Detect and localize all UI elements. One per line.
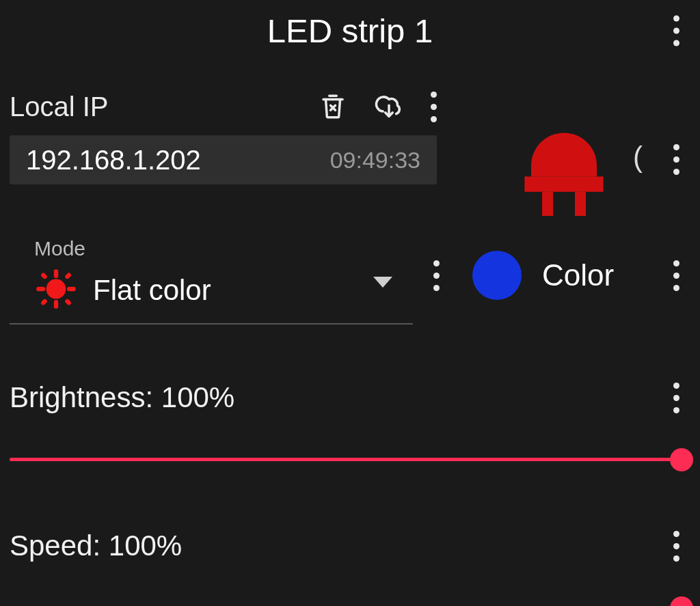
flat-color-mode-icon (34, 267, 78, 314)
color-picker-block: Color (440, 251, 690, 300)
ip-label: Local IP (10, 92, 302, 122)
led-bulb-icon[interactable] (509, 100, 619, 225)
led-status-block: ( (437, 86, 690, 225)
led-side-glyph: ( (633, 141, 643, 174)
page-title: LED strip 1 (267, 12, 433, 50)
mode-menu-button[interactable] (433, 260, 440, 291)
chevron-down-icon (373, 277, 392, 288)
app-root: LED strip 1 Local IP (0, 0, 700, 606)
speed-menu-button[interactable] (673, 531, 679, 562)
speed-slider-thumb[interactable] (670, 596, 693, 607)
color-swatch[interactable] (472, 251, 522, 300)
mode-selector[interactable]: Mode Flat color (10, 237, 413, 314)
mode-underline (10, 323, 413, 325)
ip-header: Local IP (10, 86, 437, 127)
svg-rect-4 (54, 269, 58, 278)
speed-section: Speed: 100% (10, 529, 690, 606)
header: LED strip 1 (10, 0, 690, 61)
mode-color-row: Mode Flat color (10, 224, 690, 327)
color-label: Color (542, 258, 614, 292)
color-menu-button[interactable] (673, 260, 679, 291)
svg-rect-10 (40, 299, 48, 306)
svg-rect-2 (575, 192, 586, 216)
ip-actions (302, 92, 437, 122)
brightness-slider[interactable] (10, 458, 690, 461)
speed-label: Speed: 100% (10, 529, 673, 562)
svg-rect-6 (36, 287, 45, 291)
ip-led-row: Local IP (10, 61, 690, 205)
led-menu-button[interactable] (673, 144, 679, 175)
svg-rect-9 (64, 272, 72, 279)
brightness-section: Brightness: 100% (10, 381, 690, 461)
svg-rect-1 (542, 192, 553, 216)
svg-rect-0 (524, 176, 603, 191)
brightness-label: Brightness: 100% (10, 381, 673, 414)
svg-rect-5 (54, 300, 58, 309)
svg-rect-11 (64, 299, 72, 306)
ip-menu-button[interactable] (431, 92, 437, 122)
cloud-download-icon[interactable] (373, 92, 405, 121)
brightness-slider-thumb[interactable] (670, 448, 693, 471)
ip-value: 192.168.1.202 (26, 145, 330, 176)
header-menu-button[interactable] (673, 16, 679, 46)
local-ip-block: Local IP (10, 86, 437, 184)
brightness-menu-button[interactable] (673, 383, 679, 413)
trash-x-icon[interactable] (319, 92, 347, 121)
svg-rect-7 (67, 287, 76, 291)
mode-value-row: Flat color (10, 267, 413, 314)
ip-input[interactable]: 192.168.1.202 09:49:33 (10, 135, 437, 184)
ip-timestamp: 09:49:33 (330, 147, 420, 174)
mode-label: Mode (10, 237, 413, 260)
svg-point-3 (46, 279, 66, 299)
svg-rect-8 (40, 272, 48, 279)
mode-value: Flat color (93, 274, 211, 307)
